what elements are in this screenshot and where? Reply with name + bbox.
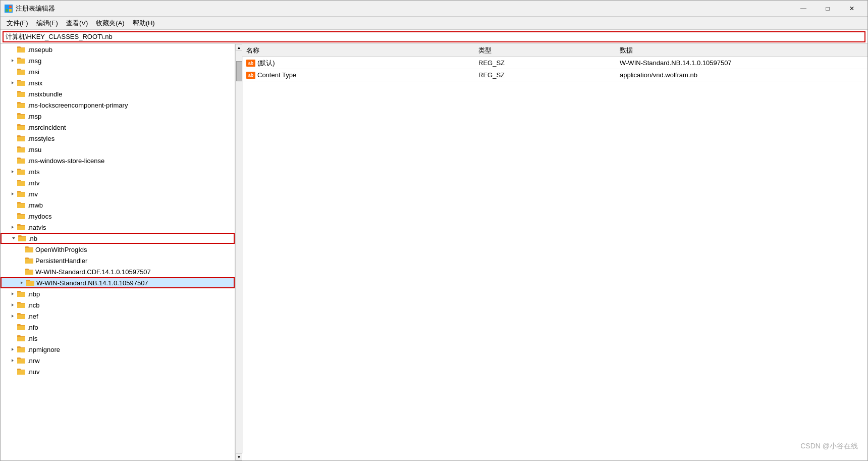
svg-rect-22 (25, 248, 33, 252)
tree-item-nb[interactable]: .nb (1, 233, 235, 244)
tree-item-msp[interactable]: .msp (1, 111, 235, 122)
tree-label-msu: .msu (27, 146, 41, 153)
tree-label-msstyles: .msstyles (27, 135, 55, 142)
minimize-button[interactable]: — (792, 1, 815, 16)
main-content: .msepub .msg .msi .msix .msixbundle .ms-… (1, 44, 867, 460)
tree-label-msepub: .msepub (27, 46, 52, 54)
expand-btn-mv[interactable] (9, 190, 17, 198)
expand-btn-npmignore[interactable] (9, 345, 17, 353)
expand-btn-natvis[interactable] (9, 223, 17, 231)
scroll-down-arrow[interactable]: ▼ (236, 453, 243, 460)
folder-icon-nuv (17, 368, 26, 376)
expand-btn-msix[interactable] (9, 79, 17, 87)
tree-label-W-WIN-Standard.CDF: W-WIN-Standard.CDF.14.1.0.10597507 (35, 268, 151, 276)
svg-rect-23 (25, 259, 33, 264)
address-input[interactable] (3, 31, 865, 42)
expand-btn-ncb[interactable] (9, 301, 17, 309)
menu-item-V[interactable]: 查看(V) (62, 18, 92, 29)
tree-item-msrcincident[interactable]: .msrcincident (1, 122, 235, 133)
details-row-content-type[interactable]: abContent TypeREG_SZapplication/vnd.wolf… (242, 69, 867, 81)
tree-item-msg[interactable]: .msg (1, 55, 235, 66)
tree-item-mts[interactable]: .mts (1, 166, 235, 177)
details-row-default[interactable]: ab(默认)REG_SZW-WIN-Standard.NB.14.1.0.105… (242, 57, 867, 69)
expand-btn-nrw[interactable] (9, 356, 17, 365)
tree-item-nls[interactable]: .nls (1, 333, 235, 344)
tree-item-nfo[interactable]: .nfo (1, 322, 235, 333)
folder-icon-msu (17, 145, 26, 153)
tree-item-mydocs[interactable]: .mydocs (1, 211, 235, 222)
folder-icon-nls (17, 334, 26, 342)
details-pane: 名称 类型 数据 ab(默认)REG_SZW-WIN-Standard.NB.1… (242, 44, 867, 460)
folder-icon-msg (17, 57, 26, 65)
tree-item-nef[interactable]: .nef (1, 311, 235, 322)
svg-rect-29 (17, 326, 25, 330)
tree-item-msi[interactable]: .msi (1, 66, 235, 77)
tree-label-msp: .msp (27, 113, 41, 120)
scroll-track[interactable] (236, 51, 243, 453)
tree-item-ms-windows-store-license[interactable]: .ms-windows-store-license (1, 155, 235, 166)
folder-icon-nb (18, 234, 27, 242)
tree-label-nbp: .nbp (27, 290, 40, 298)
tree-item-mwb[interactable]: .mwb (1, 199, 235, 211)
tree-item-W-WIN-Standard.NB[interactable]: W-WIN-Standard.NB.14.1.0.10597507 (1, 277, 235, 288)
menu-item-H[interactable]: 帮助(H) (129, 18, 159, 29)
svg-rect-20 (17, 226, 25, 230)
expand-btn-msg[interactable] (9, 57, 17, 65)
tree-scrollbar[interactable]: ▲ ▼ (235, 44, 242, 460)
scroll-thumb[interactable] (236, 61, 242, 81)
svg-rect-25 (26, 281, 34, 286)
watermark: CSDN @小谷在线 (800, 442, 858, 451)
name-text-default: (默认) (257, 59, 275, 68)
expand-btn-W-WIN-Standard.NB[interactable] (18, 279, 26, 287)
expand-btn-nbp[interactable] (9, 290, 17, 298)
tree-item-mtv[interactable]: .mtv (1, 177, 235, 188)
tree-label-nls: .nls (27, 335, 37, 342)
maximize-button[interactable]: □ (816, 1, 839, 16)
tree-pane[interactable]: .msepub .msg .msi .msix .msixbundle .ms-… (1, 44, 235, 460)
tree-item-nuv[interactable]: .nuv (1, 366, 235, 377)
tree-item-msepub[interactable]: .msepub (1, 44, 235, 55)
svg-rect-7 (17, 81, 25, 86)
menu-item-E[interactable]: 编辑(E) (32, 18, 62, 29)
svg-rect-8 (17, 92, 25, 97)
svg-rect-3 (9, 9, 12, 12)
regedit-window: 注册表编辑器 — □ ✕ 文件(F)编辑(E)查看(V)收藏夹(A)帮助(H) … (0, 0, 868, 461)
window-title: 注册表编辑器 (16, 4, 792, 13)
folder-icon-msepub (17, 45, 26, 54)
close-button[interactable]: ✕ (840, 1, 863, 16)
tree-item-msix[interactable]: .msix (1, 77, 235, 88)
tree-item-msixbundle[interactable]: .msixbundle (1, 88, 235, 99)
svg-rect-9 (17, 104, 25, 108)
tree-item-ms-lockscreencomponent-primary[interactable]: .ms-lockscreencomponent-primary (1, 99, 235, 111)
menu-item-F[interactable]: 文件(F) (3, 18, 32, 29)
tree-item-PersistentHandler[interactable]: PersistentHandler (1, 255, 235, 266)
tree-item-npmignore[interactable]: .npmignore (1, 344, 235, 355)
tree-item-natvis[interactable]: .natvis (1, 222, 235, 233)
tree-item-msstyles[interactable]: .msstyles (1, 133, 235, 144)
expand-btn-mts[interactable] (9, 168, 17, 176)
folder-icon-natvis (17, 223, 26, 231)
cell-type-default: REG_SZ (478, 59, 620, 67)
svg-rect-16 (17, 181, 25, 186)
svg-rect-26 (17, 292, 25, 297)
tree-item-nbp[interactable]: .nbp (1, 288, 235, 299)
tree-item-W-WIN-Standard.CDF[interactable]: W-WIN-Standard.CDF.14.1.0.10597507 (1, 266, 235, 277)
svg-rect-2 (6, 9, 8, 12)
tree-item-ncb[interactable]: .ncb (1, 299, 235, 311)
folder-icon-W-WIN-Standard.NB (26, 279, 35, 287)
svg-rect-18 (17, 203, 25, 208)
menu-item-A[interactable]: 收藏夹(A) (92, 18, 128, 29)
tree-item-mv[interactable]: .mv (1, 188, 235, 199)
tree-label-mydocs: .mydocs (27, 213, 51, 220)
expand-btn-nb[interactable] (10, 234, 18, 242)
cell-data-default: W-WIN-Standard.NB.14.1.0.10597507 (620, 59, 863, 67)
tree-item-msu[interactable]: .msu (1, 144, 235, 155)
tree-item-nrw[interactable]: .nrw (1, 355, 235, 366)
folder-icon-mtv (17, 179, 26, 187)
expand-btn-nef[interactable] (9, 312, 17, 320)
folder-icon-msp (17, 112, 26, 120)
scroll-up-arrow[interactable]: ▲ (236, 44, 243, 51)
tree-label-ms-lockscreencomponent-primary: .ms-lockscreencomponent-primary (27, 101, 128, 109)
tree-item-OpenWithProgIds[interactable]: OpenWithProgIds (1, 244, 235, 255)
svg-rect-10 (17, 115, 25, 119)
